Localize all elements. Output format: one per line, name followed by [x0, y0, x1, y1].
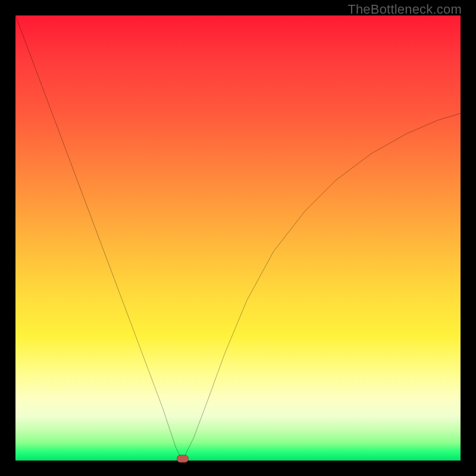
bottleneck-curve — [15, 15, 461, 461]
curve-path — [15, 15, 461, 461]
watermark-text: TheBottleneck.com — [347, 2, 462, 17]
chart-frame: TheBottleneck.com — [0, 0, 476, 476]
optimal-point-marker — [177, 455, 189, 463]
chart-plot-area — [15, 15, 461, 461]
